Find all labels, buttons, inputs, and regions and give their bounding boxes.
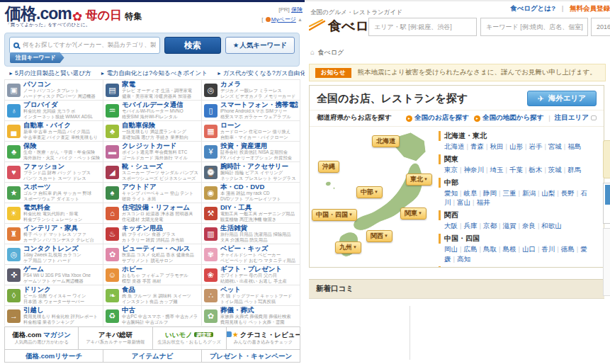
category-title-link[interactable]: 食品 [122,286,191,293]
category-cell[interactable]: ❧食品肉 魚 フルーツ 米 調味料 スイーツインスタント食品 カップ麺 [103,285,202,306]
featured-keyword-tab[interactable]: 注目キーワード [10,52,64,63]
category-cell[interactable]: ▥生活雑貨旅行用品 日用品 洗濯用品 掃除用品文具 介護用品 防災用品 [202,224,300,244]
attention-area-link[interactable]: 注目エリア [555,113,589,123]
pr-link[interactable]: 保険 [291,6,303,13]
prefecture-link[interactable]: 鳥取 [483,245,497,253]
prefecture-link[interactable]: 山梨 [541,189,555,197]
prefecture-link[interactable]: 広島 [463,245,477,253]
category-cell[interactable]: ☀電気料金料金比較 電気代節約・節電料金プランシミュレーション [5,203,103,224]
category-title-link[interactable]: 投資・資産運用 [220,142,292,149]
prefecture-link[interactable]: 富山 [457,198,470,206]
prefecture-link[interactable]: 茨城 [548,166,562,174]
category-cell[interactable]: ★スポーツゴルフ 自転車 釣具 サッカー 野球スポーツウェア ダイエット [5,183,103,203]
mypage-link[interactable]: Myページ [271,16,296,23]
category-cell[interactable]: ♁プロバイダ料金比較 光回線 光コラボインターネット接続 WiMAX ADSL [5,101,103,121]
category-title-link[interactable]: プロバイダ [23,101,93,108]
category-title-link[interactable]: 引越し [23,307,98,314]
category-cell[interactable]: ♣自動車保険一括見積もり 満足度ランキング基礎知識 選び方 手続き 業界動向 [103,121,202,142]
category-title-link[interactable]: 中古 [122,307,198,314]
category-cell[interactable]: ∴ペット犬 猫 ドッグフード キャットフードトイレ用品 ペット写真投稿 [202,285,300,306]
prefecture-link[interactable]: 滋賀 [502,222,516,229]
footer-link[interactable]: プレゼント・キャンペーン [202,350,300,362]
category-title-link[interactable]: ペット [220,286,292,293]
category-cell[interactable]: ♜インテリア・家具椅子 ベッド マットレス ソファカーテン パソコンデスク テレ… [5,224,103,244]
date-picker-input[interactable]: 2016/ [591,18,610,36]
category-title-link[interactable]: ドリンク [23,286,86,293]
category-title-link[interactable]: 電気料金 [23,204,82,211]
category-cell[interactable]: ◎コンタクトレンズ1day 2week 乱視用 カラコンケア用品 ソフト ハード [5,244,103,265]
category-cell[interactable]: ▄自動車・バイク新車 中古車 カー用品 バイク用品中古車査定 バイク査定 車検見… [5,121,103,142]
category-title-link[interactable]: 家電 [122,81,192,88]
category-title-link[interactable]: DIY・工具 [220,204,295,211]
category-cell[interactable]: ▣パソコンノートパソコン タブレットハードディスク PCパーツ 周辺機器 [5,80,103,101]
category-cell[interactable]: ✜ゲームPS4 Wii U 3DS PS Vita Xbox Oneゲームソフト… [5,265,103,285]
category-cell[interactable]: ♥ファッションブランド品 財布 バッグ トップスパンツ スカート スーツ ドレス [5,162,103,183]
map-region-button[interactable]: 九州▼ [335,241,361,254]
category-cell[interactable]: ✾ベビー・キッズチャイルドシート ベビーカーベビーベッド おむつ マタニティ用品 [202,244,300,265]
search-input[interactable]: 何をお探しですか?(メーカー、製品カテゴリ、製品名、型番...) [9,37,160,54]
prefecture-link[interactable]: 島根 [502,245,516,253]
map-region-button[interactable]: 中国・四国▼ [312,209,357,221]
category-cell[interactable]: ◊ドリンクビール 焼酎 ウイスキー ワイン日本酒 水 ウォーターサーバー [5,285,103,306]
keyword-search-input[interactable]: キーワード [例:焼肉、店名、個室] [480,18,588,36]
category-title-link[interactable]: 生活雑貨 [220,224,291,232]
map-region-button[interactable]: 沖縄 [318,161,339,173]
breadcrumb-home-link[interactable]: 食べログ [318,49,344,56]
category-title-link[interactable]: 自動車・バイク [23,122,98,129]
prefecture-link[interactable]: 三重 [502,189,516,197]
footer-service-cell[interactable]: いいモノ 調査隊生活お役立ち・おもしろグッズ [153,327,227,349]
prefecture-link[interactable]: 神奈川 [463,166,484,174]
prefecture-link[interactable]: 青森 [470,142,484,150]
category-title-link[interactable]: ベビー・キッズ [220,245,295,252]
feature-link[interactable]: ►5月の注目製品と賢い選び方 [9,69,91,78]
category-title-link[interactable]: コンタクトレンズ [23,245,81,252]
category-cell[interactable]: ♠アウトドアキャンプ バーベキュー 登山 テント寝袋 ライト 水筒 [103,183,202,203]
prefecture-link[interactable]: 山形 [509,142,523,150]
category-cell[interactable]: ✿葬儀・葬式家族葬 火葬式 葬儀費用 葬儀社検索費用見積もり ペット火葬・霊園 [202,306,300,326]
category-title-link[interactable]: キッチン用品 [122,224,184,232]
category-cell[interactable]: ¥投資・資産運用証券会社 投資信託 NISA 定期預金FX バイナリーオプション… [202,142,300,162]
category-title-link[interactable]: ローン [220,122,290,129]
overseas-area-button[interactable]: ✈ 海外エリア [527,91,597,106]
map-region-button[interactable]: 関西▼ [366,230,392,242]
prefecture-link[interactable]: 和歌山 [541,222,562,229]
prefecture-link[interactable]: 高知 [457,255,470,263]
footer-link[interactable]: 価格.comリサーチ [5,350,103,362]
national-search-link[interactable]: ▸全国のお店を探す [406,113,469,121]
prefecture-link[interactable]: 愛知 [444,189,458,197]
category-title-link[interactable]: 保険 [23,142,100,149]
map-region-button[interactable]: 関東▼ [400,207,427,220]
category-title-link[interactable]: 靴・シューズ [122,163,198,170]
map-region-button[interactable]: 中部▼ [356,186,383,198]
category-title-link[interactable]: インテリア・家具 [23,224,94,232]
category-title-link[interactable]: ホビー [122,266,188,273]
prefecture-link[interactable]: 大阪 [444,222,458,229]
prefecture-link[interactable]: 岡山 [444,245,458,253]
category-cell[interactable]: ◉本・CD・DVD本 漫画 雑誌 my rack CDDVDソフト ブルーレイソ… [202,183,300,203]
category-cell[interactable]: ☺ホビーおもちゃ フィギュア プラモデル模型 楽器 手芸 画材 [103,265,202,285]
category-cell[interactable]: ⌂住宅設備・リフォームガスコンロ 給湯器 浄水器 照明器具住宅建材 太陽光発電 [103,203,202,224]
free-signup-link[interactable]: 無料会員登録 [570,4,610,12]
prefecture-link[interactable]: 宮城 [548,142,562,150]
category-title-link[interactable]: スマートフォン・携帯電話 [220,101,298,108]
category-cell[interactable]: ▤家電テレビ オーディオ 生活・調理家電健康・美容家電 冷暖房器具 加湿器 [103,80,202,101]
category-cell[interactable]: ♣保険生命・医療・がん・学資・年金保険海外旅行・火災・バイク・ペット保険 [5,142,103,162]
category-title-link[interactable]: ファッション [23,163,91,170]
feature-link[interactable]: ►ガス代が安くなる?ガス自由化とは [217,69,305,78]
category-cell[interactable]: ▦ローンカードローン 住宅ローン 借り換え自動車・マイカー・バイクローン [202,121,300,142]
prefecture-link[interactable]: 兵庫 [463,222,477,229]
category-cell[interactable]: ✿ビューティー・ヘルス医薬品 コスメ 化粧品 香水 健康食品サプリメント 脱毛サ… [103,244,202,265]
popular-keywords-button[interactable]: ★人気キーワード [225,37,295,54]
prefecture-link[interactable]: 奈良 [522,222,536,229]
footer-service-cell[interactable]: アキバ総研アキバ系カルチャー最新情報 [79,327,152,349]
prefecture-link[interactable]: 岐阜 [463,189,477,197]
category-title-link[interactable]: ギフト・プレゼント [220,266,287,273]
category-cell[interactable]: ❀ギフト・プレゼントホワイトデー 母の日 父の日結婚祝い 出産祝い お返し 手土… [202,265,300,285]
prefecture-link[interactable]: 千葉 [509,166,523,174]
prefecture-link[interactable]: 北海道 [444,142,465,150]
category-title-link[interactable]: クレジットカード [122,142,188,149]
prefecture-link[interactable]: 山口 [522,245,536,253]
category-cell[interactable]: ▬クレジットカードポイント還元率 年会費無料 ETCゴールドカード 海外旅行 マ… [103,142,202,162]
prefecture-link[interactable]: 秋田 [490,142,503,150]
category-cell[interactable]: ◎カメラデジカメ 一眼レフ ミラーレスレンズ ビデオカメラ メモリーカード [202,80,300,101]
